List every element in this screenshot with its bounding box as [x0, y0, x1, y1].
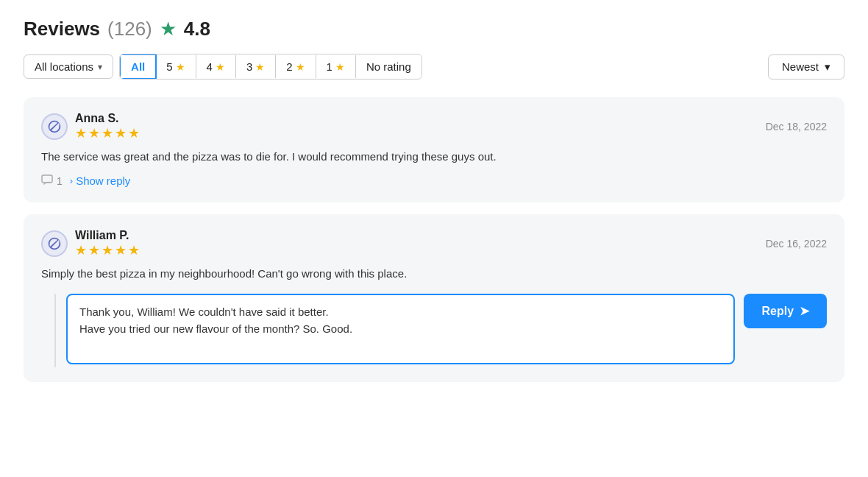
review-date-1: Dec 18, 2022	[766, 121, 827, 132]
reply-textarea-2[interactable]: Thank you, William! We couldn't have sai…	[66, 294, 735, 364]
reply-content-2: Thank you, William! We couldn't have sai…	[66, 294, 827, 364]
chevron-right-icon: ›	[70, 175, 73, 186]
reply-button-label: Reply	[761, 305, 794, 318]
rating-filter-all[interactable]: All	[119, 54, 157, 80]
reply-button-2[interactable]: Reply ➤	[744, 294, 827, 328]
rating-1-label: 1	[327, 60, 332, 73]
star-2-icon: ★	[296, 61, 305, 73]
review-card-2: William P. ★ ★ ★ ★ ★ Dec 16, 2022 Simply…	[24, 214, 844, 383]
send-icon: ➤	[800, 304, 809, 318]
star-filled-icon: ★	[128, 242, 140, 258]
comment-icon	[41, 174, 53, 188]
star-filled-icon: ★	[102, 125, 113, 141]
review-date-2: Dec 16, 2022	[766, 238, 827, 250]
header-star-icon: ★	[160, 18, 177, 40]
reply-line	[54, 294, 56, 367]
show-reply-button-1[interactable]: › Show reply	[70, 174, 131, 187]
review-text-2: Simply the best pizza in my neighbourhoo…	[41, 266, 827, 283]
stars-1: ★ ★ ★ ★ ★	[75, 125, 140, 141]
reviews-title: Reviews	[24, 18, 100, 40]
avatar-2	[41, 230, 68, 257]
sort-label: Newest	[782, 60, 819, 73]
review-footer-1: 1 › Show reply	[41, 174, 827, 188]
sort-dropdown[interactable]: Newest ▾	[768, 54, 844, 80]
comment-count-label-1: 1	[57, 175, 63, 187]
reviews-section: Reviews (126) ★ 4.8 All locations ▾ All …	[24, 18, 844, 382]
review-text-1: The service was great and the pizza was …	[41, 149, 827, 166]
no-rating-label: No rating	[366, 60, 411, 73]
star-4-icon: ★	[216, 61, 225, 73]
rating-all-label: All	[131, 60, 145, 73]
star-filled-icon: ★	[88, 125, 100, 141]
reviewer-name-2: William P.	[75, 229, 140, 242]
location-chevron-icon: ▾	[98, 62, 102, 72]
rating-2-label: 2	[286, 60, 292, 73]
star-5-icon: ★	[176, 61, 185, 73]
star-filled-icon: ★	[115, 125, 127, 141]
review-header-1: Anna S. ★ ★ ★ ★ ★ Dec 18, 2022	[41, 112, 827, 141]
rating-filter-2[interactable]: 2 ★	[276, 55, 316, 78]
star-filled-icon: ★	[75, 242, 87, 258]
star-filled-icon: ★	[128, 125, 140, 141]
rating-3-label: 3	[246, 60, 252, 73]
sort-chevron-icon: ▾	[825, 60, 830, 74]
rating-4-label: 4	[207, 60, 213, 73]
location-label: All locations	[35, 60, 93, 73]
reviews-header: Reviews (126) ★ 4.8	[24, 18, 844, 40]
reviewer-info-1: Anna S. ★ ★ ★ ★ ★	[41, 112, 140, 141]
rating-filter-3[interactable]: 3 ★	[236, 55, 276, 78]
no-rating-button[interactable]: No rating	[356, 55, 421, 78]
star-filled-icon: ★	[102, 242, 113, 258]
star-1-icon: ★	[335, 61, 345, 73]
reply-row-2: Thank you, William! We couldn't have sai…	[41, 294, 827, 367]
reviewer-name-1: Anna S.	[75, 112, 140, 125]
star-3-icon: ★	[255, 61, 265, 73]
reviewer-name-stars-2: William P. ★ ★ ★ ★ ★	[75, 229, 140, 258]
reviews-list: Anna S. ★ ★ ★ ★ ★ Dec 18, 2022 The servi…	[24, 97, 844, 382]
review-card-1: Anna S. ★ ★ ★ ★ ★ Dec 18, 2022 The servi…	[24, 97, 844, 202]
stars-2: ★ ★ ★ ★ ★	[75, 242, 140, 258]
reviewer-info-2: William P. ★ ★ ★ ★ ★	[41, 229, 140, 258]
filters-row: All locations ▾ All 5 ★ 4 ★ 3 ★	[24, 54, 844, 80]
rating-filter-1[interactable]: 1 ★	[316, 55, 356, 78]
location-dropdown[interactable]: All locations ▾	[24, 54, 113, 79]
rating-5-label: 5	[166, 60, 172, 73]
filters-left: All locations ▾ All 5 ★ 4 ★ 3 ★	[24, 54, 422, 80]
header-rating-value: 4.8	[184, 18, 210, 40]
rating-filter-4[interactable]: 4 ★	[196, 55, 236, 78]
star-filled-icon: ★	[75, 125, 87, 141]
svg-rect-1	[42, 175, 52, 183]
rating-filters: All 5 ★ 4 ★ 3 ★ 2 ★	[119, 54, 422, 80]
star-filled-icon: ★	[115, 242, 127, 258]
review-header-2: William P. ★ ★ ★ ★ ★ Dec 16, 2022	[41, 229, 827, 258]
rating-filter-5[interactable]: 5 ★	[156, 55, 196, 78]
reviews-count: (126)	[107, 18, 152, 40]
star-filled-icon: ★	[88, 242, 100, 258]
reviewer-name-stars-1: Anna S. ★ ★ ★ ★ ★	[75, 112, 140, 141]
avatar-1	[41, 113, 68, 140]
show-reply-label-1: Show reply	[76, 174, 130, 187]
comment-count-1: 1	[41, 174, 63, 188]
